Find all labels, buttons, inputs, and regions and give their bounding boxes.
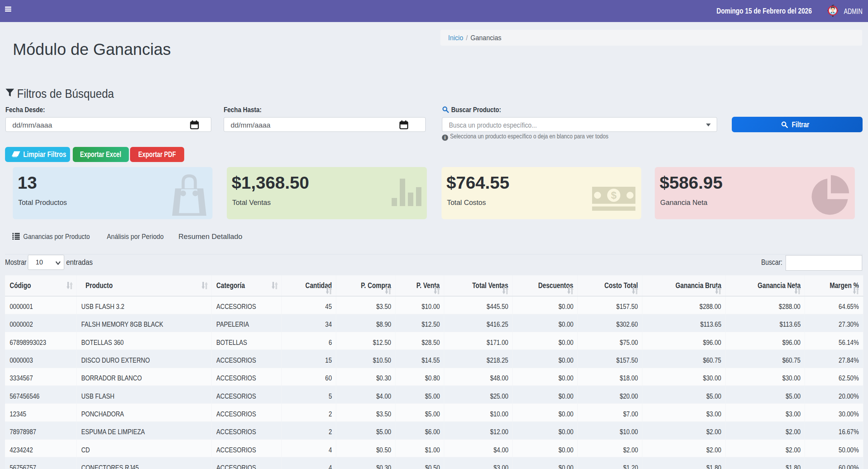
svg-text:$: $ [611,189,617,201]
